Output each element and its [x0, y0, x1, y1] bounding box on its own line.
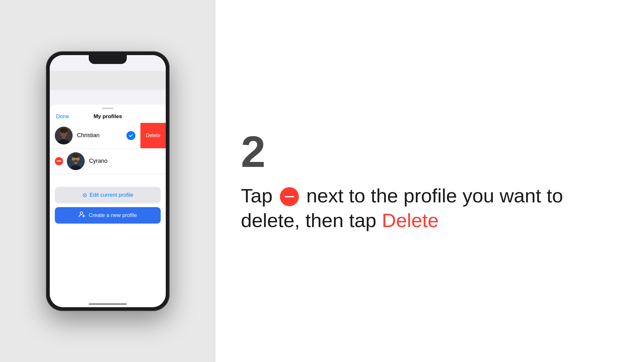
modal-sheet: Done My profiles: [50, 105, 166, 307]
instruction-text: Tap next to the profile you want to dele…: [241, 183, 619, 232]
phone-outer: Done My profiles: [46, 51, 170, 311]
delete-word: Delete: [382, 209, 439, 231]
profile-name-christian: Christian: [77, 132, 100, 139]
profile-item-cyrano[interactable]: Cyrano: [50, 149, 166, 174]
avatar-cyrano: [67, 152, 85, 170]
minus-icon-cyrano[interactable]: [55, 157, 63, 165]
home-indicator: [89, 303, 127, 305]
list-spacer: [50, 174, 166, 187]
edit-profile-label: Edit current profile: [90, 192, 133, 198]
phone-notch: [89, 55, 127, 64]
app-background: [50, 71, 166, 90]
edit-profile-button[interactable]: ⊘ Edit current profile: [55, 187, 161, 203]
right-panel: 2 Tap next to the profile you want to de…: [216, 0, 644, 362]
create-profile-label: Create a new profile: [89, 212, 137, 219]
phone-status-bar: [50, 55, 166, 71]
checkmark-svg: [128, 133, 133, 138]
svg-point-2: [60, 128, 68, 133]
create-profile-button[interactable]: Create a new profile: [55, 207, 161, 224]
svg-point-9: [72, 154, 79, 158]
done-button[interactable]: Done: [56, 113, 69, 120]
create-profile-icon: [79, 211, 86, 219]
left-panel: Done My profiles: [0, 0, 216, 362]
delete-action-label: Delete: [146, 133, 160, 138]
avatar-christian: [55, 127, 73, 144]
bottom-buttons: ⊘ Edit current profile: [50, 187, 166, 224]
profile-item-christian-inner: Christian: [55, 127, 135, 144]
svg-rect-13: [74, 162, 77, 164]
modal-header: Done My profiles: [50, 109, 166, 123]
instruction-tap: Tap: [241, 185, 273, 206]
delete-action-button[interactable]: Delete: [140, 123, 166, 148]
avatar-christian-svg: [55, 127, 73, 144]
edit-icon: ⊘: [82, 192, 87, 199]
phone-inner: Done My profiles: [50, 55, 166, 307]
create-icon-svg: [79, 211, 86, 218]
profile-list: Christian Delete: [50, 123, 166, 174]
profile-name-cyrano: Cyrano: [89, 158, 107, 164]
minus-icon-inline: [280, 187, 299, 206]
svg-point-15: [80, 212, 83, 214]
modal-title: My profiles: [93, 113, 122, 120]
profile-item-christian[interactable]: Christian Delete: [50, 123, 166, 149]
avatar-cyrano-svg: [67, 152, 85, 170]
check-icon-christian: [126, 131, 135, 140]
step-number: 2: [241, 130, 619, 174]
